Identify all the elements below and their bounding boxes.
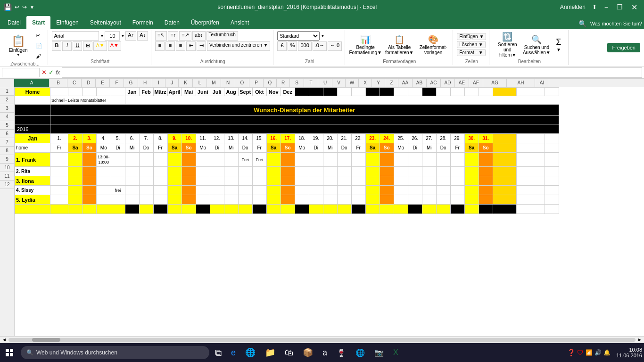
cell-F7[interactable]: [111, 153, 125, 167]
suchen-auswaehlen-btn[interactable]: 🔍 Suchen undAuswählen▼: [522, 32, 551, 58]
cell-AG10[interactable]: [493, 186, 516, 195]
col-header-AI[interactable]: AI: [535, 79, 549, 87]
col-header-U[interactable]: U: [318, 79, 332, 87]
cell-C9[interactable]: [68, 176, 83, 186]
cell-J1[interactable]: April: [167, 88, 182, 96]
cell-N8[interactable]: [224, 167, 238, 176]
cell-P8[interactable]: [252, 167, 266, 176]
cell-M9[interactable]: [210, 176, 224, 186]
cell-AF10[interactable]: [479, 186, 493, 195]
cell-Q6[interactable]: Sa: [266, 143, 281, 153]
cell-S5[interactable]: 18.: [295, 134, 309, 143]
font-name-input[interactable]: Arial: [52, 31, 99, 41]
cell-D11[interactable]: [83, 195, 97, 205]
decimal-increase-btn[interactable]: .0→: [313, 41, 327, 51]
align-top-center-btn[interactable]: ≡↑: [168, 31, 178, 41]
cell-N12[interactable]: [224, 205, 238, 214]
cell-X9[interactable]: [365, 176, 380, 186]
cell-W12[interactable]: [351, 205, 365, 214]
volume-icon[interactable]: 🔊: [594, 349, 602, 356]
insert-function-icon[interactable]: fx: [56, 69, 60, 76]
dropbox-icon[interactable]: 📦: [299, 344, 317, 361]
cell-A1[interactable]: Home: [15, 88, 50, 96]
cell-AE6[interactable]: Sa: [464, 143, 479, 153]
antivirus-icon[interactable]: 🛡: [577, 349, 584, 356]
text-direction-btn[interactable]: ab↕: [192, 31, 206, 41]
textumbruch-btn[interactable]: Textumbruch: [206, 31, 238, 41]
cell-O7-frei[interactable]: Frei: [238, 153, 252, 167]
edge-icon[interactable]: e: [227, 344, 239, 361]
cell-P12[interactable]: [252, 205, 266, 214]
cell-G1[interactable]: Jan: [125, 88, 139, 96]
cell-I9[interactable]: [153, 176, 167, 186]
cell-B6[interactable]: Fr: [50, 143, 68, 153]
cell-Y1[interactable]: [380, 88, 394, 96]
cell-G11[interactable]: [125, 195, 139, 205]
cell-P11[interactable]: [252, 195, 266, 205]
cell-O11[interactable]: [238, 195, 252, 205]
cell-X6[interactable]: Sa: [365, 143, 380, 153]
customize-qat-icon[interactable]: ▼: [30, 5, 34, 10]
cell-Z5[interactable]: 25.: [394, 134, 408, 143]
tab-ansicht[interactable]: Ansicht: [225, 16, 255, 29]
col-header-V[interactable]: V: [332, 79, 346, 87]
cell-AB6[interactable]: Mi: [422, 143, 436, 153]
col-header-T[interactable]: T: [304, 79, 318, 87]
tab-seitenlayout[interactable]: Seitenlayout: [84, 16, 127, 29]
cell-V11[interactable]: [337, 195, 351, 205]
cell-E6[interactable]: Mo: [97, 143, 111, 153]
cell-N6[interactable]: Mi: [224, 143, 238, 153]
cell-J8[interactable]: [167, 167, 182, 176]
border-button[interactable]: ⊞: [83, 41, 92, 51]
cell-D10[interactable]: [83, 186, 97, 195]
cell-L6[interactable]: Mo: [196, 143, 210, 153]
align-top-left-btn[interactable]: ≡↖: [155, 31, 167, 41]
cell-AH11[interactable]: [516, 195, 545, 205]
cell-AG8[interactable]: [493, 167, 516, 176]
cell-G6[interactable]: Mi: [125, 143, 139, 153]
scroll-left-btn[interactable]: ◄: [2, 337, 7, 342]
cell-A6-home[interactable]: home: [15, 143, 50, 153]
search-ribbon[interactable]: Was möchten Sie tun?: [590, 21, 642, 26]
tab-start[interactable]: Start: [26, 16, 50, 29]
cell-D5[interactable]: 3.: [83, 134, 97, 143]
col-header-B[interactable]: B: [50, 79, 67, 87]
notification-icon[interactable]: 🔔: [603, 349, 611, 356]
cell-X10[interactable]: [365, 186, 380, 195]
row-header-8[interactable]: 8: [0, 147, 14, 155]
cell-G9[interactable]: [125, 176, 139, 186]
cell-Y11[interactable]: [380, 195, 394, 205]
cell-V8[interactable]: [337, 167, 351, 176]
font-color-button[interactable]: A▼: [108, 41, 121, 51]
bedingte-formatierung-btn[interactable]: 📊 BedingteFormatierung▼: [349, 32, 382, 58]
formula-input[interactable]: Home: [62, 67, 642, 78]
cell-AI12[interactable]: [545, 205, 559, 214]
cell-AH1[interactable]: [516, 88, 545, 96]
cell-B3[interactable]: [50, 116, 559, 124]
cell-H9[interactable]: [139, 176, 153, 186]
cell-W10[interactable]: [351, 186, 365, 195]
cell-J7[interactable]: [167, 153, 182, 167]
cell-Z6[interactable]: Mo: [394, 143, 408, 153]
cell-H11[interactable]: [139, 195, 153, 205]
cell-K11[interactable]: [182, 195, 196, 205]
cell-B5[interactable]: 1.: [50, 134, 68, 143]
help-icon[interactable]: 🔍: [578, 20, 586, 27]
cell-O12[interactable]: [238, 205, 252, 214]
app-icon-2[interactable]: 🌐: [352, 344, 369, 361]
cell-L12[interactable]: [196, 205, 210, 214]
cell-K5[interactable]: 10.: [182, 134, 196, 143]
cell-AF6[interactable]: So: [479, 143, 493, 153]
cell-AF11[interactable]: [479, 195, 493, 205]
restore-button[interactable]: ❐: [614, 2, 626, 12]
col-header-N[interactable]: N: [221, 79, 235, 87]
cell-AC8[interactable]: [436, 167, 450, 176]
cell-G8[interactable]: [125, 167, 139, 176]
chrome-icon[interactable]: 🌐: [241, 344, 259, 361]
cell-U12[interactable]: [323, 205, 337, 214]
cell-AF1[interactable]: [479, 88, 493, 96]
cell-J11[interactable]: [167, 195, 182, 205]
zellen-einfuegen-btn[interactable]: Einfügen ▼: [457, 33, 486, 40]
cell-B2-title[interactable]: Wunsch-Dienstplan der Mitarbeiter: [50, 105, 559, 116]
cell-I11[interactable]: [153, 195, 167, 205]
